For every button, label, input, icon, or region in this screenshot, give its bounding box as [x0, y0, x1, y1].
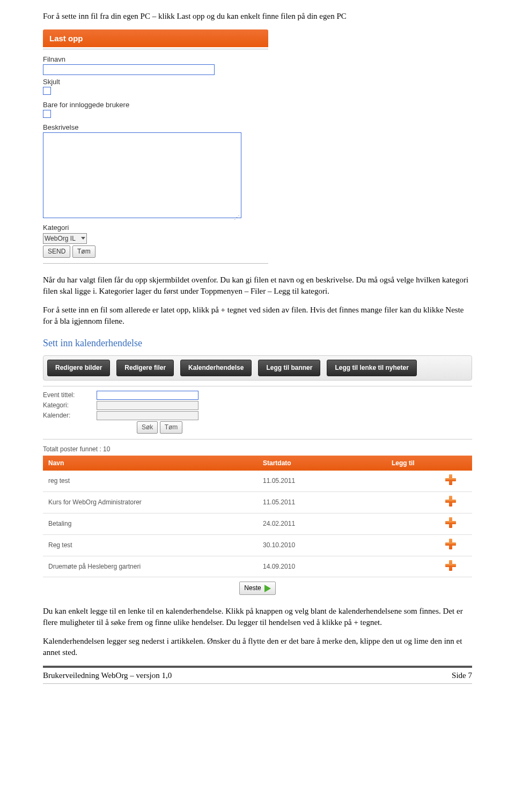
divider: [43, 263, 268, 264]
row-date: 11.05.2011: [258, 492, 386, 513]
resize-handle-icon: ⋰: [234, 216, 240, 219]
skjult-checkbox[interactable]: [43, 87, 51, 95]
filnavn-input[interactable]: [43, 64, 215, 75]
filter-tom-button[interactable]: Tøm: [160, 421, 183, 434]
col-startdato: Startdato: [258, 456, 386, 471]
row-name: Druemøte på Hesleberg gartneri: [43, 556, 258, 577]
beskrivelse-textarea[interactable]: [43, 132, 241, 218]
plus-icon[interactable]: [445, 474, 456, 485]
kategori-select[interactable]: WebOrg IL: [43, 233, 87, 244]
page-footer: Brukerveiledning WebOrg – versjon 1,0 Si…: [43, 666, 472, 684]
intro-paragraph: For å sette inn fil fra din egen PC – kl…: [43, 11, 472, 22]
divider: [43, 49, 268, 49]
table-row: Reg test30.10.2010: [43, 534, 472, 556]
upload-header: Last opp: [43, 29, 268, 47]
neste-button-label: Neste: [244, 584, 261, 593]
table-row: Druemøte på Hesleberg gartneri14.09.2010: [43, 556, 472, 577]
tab-redigere-filer[interactable]: Redigere filer: [116, 360, 174, 376]
event-tittel-label: Event tittel:: [43, 391, 97, 400]
row-date: 30.10.2010: [258, 534, 386, 556]
col-legg-til: Legg til: [386, 456, 472, 471]
footer-right: Side 7: [452, 670, 472, 681]
row-name: reg test: [43, 471, 258, 491]
event-tittel-input[interactable]: [97, 391, 198, 400]
tab-legg-til-lenke[interactable]: Legg til lenke til nyheter: [327, 360, 416, 376]
events-table: Navn Startdato Legg til reg test11.05.20…: [43, 456, 472, 578]
kalender-filter-label: Kalender:: [43, 411, 97, 420]
chevron-down-icon: [81, 237, 85, 240]
tom-button[interactable]: Tøm: [72, 245, 95, 258]
plus-icon[interactable]: [445, 560, 456, 571]
plus-icon[interactable]: [445, 517, 456, 528]
table-row: reg test11.05.2011: [43, 471, 472, 491]
end-paragraph-1: Du kan enkelt legge til en lenke til en …: [43, 606, 472, 628]
table-row: Betaling24.02.2011: [43, 513, 472, 535]
table-row: Kurs for WebOrg Administratorer11.05.201…: [43, 492, 472, 513]
total-posts-label: Totalt poster funnet : 10: [43, 445, 472, 454]
kategori-label: Kategori: [43, 223, 472, 233]
kategori-filter-select[interactable]: [97, 401, 198, 410]
mid-paragraph-2: For å sette inn en fil som allerede er l…: [43, 304, 472, 327]
row-date: 11.05.2011: [258, 471, 386, 491]
filter-block: Event tittel: Kategori: Kalender: Søk Tø…: [43, 391, 472, 434]
section-heading: Sett inn kalenderhendelse: [43, 337, 472, 350]
tab-legg-til-banner[interactable]: Legg til banner: [258, 360, 320, 376]
filnavn-label: Filnavn: [43, 55, 472, 64]
neste-button[interactable]: Neste: [239, 582, 275, 595]
row-name: Reg test: [43, 534, 258, 556]
kategori-filter-label: Kategori:: [43, 401, 97, 410]
kategori-select-value: WebOrg IL: [45, 234, 76, 243]
send-button[interactable]: SEND: [43, 245, 70, 258]
tab-redigere-bilder[interactable]: Redigere bilder: [47, 360, 110, 376]
divider: [43, 439, 472, 439]
footer-left: Brukerveiledning WebOrg – versjon 1,0: [43, 670, 172, 681]
mid-paragraph-1: Når du har valgt filen får du opp skjerm…: [43, 274, 472, 297]
row-date: 24.02.2011: [258, 513, 386, 535]
arrow-right-icon: [264, 585, 271, 592]
row-date: 14.09.2010: [258, 556, 386, 577]
sok-button[interactable]: Søk: [137, 421, 158, 434]
plus-icon[interactable]: [445, 496, 456, 506]
end-paragraph-2: Kalenderhendelsen legger seg nederst i a…: [43, 636, 472, 658]
beskrivelse-label: Beskrivelse: [43, 123, 472, 132]
kalender-filter-select[interactable]: [97, 411, 198, 420]
col-navn: Navn: [43, 456, 258, 471]
tab-kalenderhendelse[interactable]: Kalenderhendelse: [180, 360, 252, 376]
skjult-label: Skjult: [43, 77, 472, 87]
row-name: Betaling: [43, 513, 258, 535]
divider: [43, 386, 472, 386]
bare-label: Bare for innloggede brukere: [43, 100, 472, 110]
row-name: Kurs for WebOrg Administratorer: [43, 492, 258, 513]
tab-row: Redigere bilder Redigere filer Kalenderh…: [43, 355, 472, 381]
bare-checkbox[interactable]: [43, 110, 51, 118]
upload-form: Filnavn Skjult Bare for innloggede bruke…: [43, 55, 472, 264]
plus-icon[interactable]: [445, 539, 456, 549]
